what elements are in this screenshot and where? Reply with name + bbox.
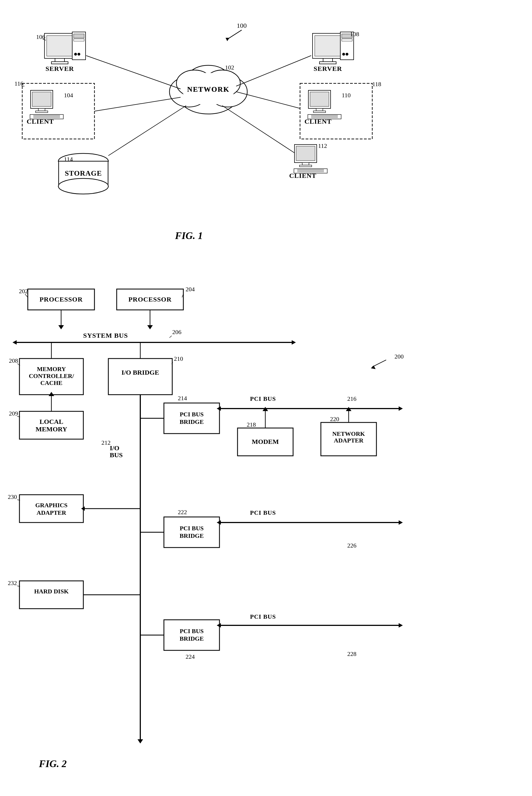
svg-marker-162 — [399, 520, 403, 525]
svg-text:CLIENT: CLIENT — [27, 118, 54, 125]
svg-text:LOCAL: LOCAL — [39, 418, 63, 425]
svg-rect-51 — [310, 92, 329, 107]
svg-text:SYSTEM BUS: SYSTEM BUS — [83, 332, 128, 339]
svg-text:PROCESSOR: PROCESSOR — [39, 296, 83, 303]
svg-point-45 — [342, 53, 345, 56]
svg-text:112: 112 — [318, 142, 327, 149]
svg-line-174 — [17, 586, 20, 587]
svg-text:ADAPTER: ADAPTER — [37, 509, 66, 516]
svg-text:PCI BUS: PCI BUS — [180, 411, 204, 418]
svg-rect-53 — [314, 111, 326, 113]
svg-point-21 — [77, 53, 80, 56]
svg-rect-16 — [51, 62, 68, 64]
svg-line-85 — [236, 92, 300, 108]
svg-text:202: 202 — [19, 288, 28, 295]
svg-rect-29 — [36, 111, 48, 113]
svg-text:220: 220 — [330, 415, 339, 423]
svg-rect-39 — [315, 36, 341, 56]
svg-text:NETWORK: NETWORK — [332, 430, 365, 437]
svg-point-72 — [58, 153, 108, 169]
svg-rect-30 — [30, 114, 63, 119]
svg-text:BUS: BUS — [110, 451, 123, 459]
svg-point-3 — [178, 75, 239, 114]
svg-rect-40 — [323, 58, 332, 62]
svg-line-81 — [86, 56, 180, 89]
svg-text:PCI BUS: PCI BUS — [180, 525, 204, 532]
svg-text:CLIENT: CLIENT — [289, 172, 317, 179]
svg-rect-14 — [47, 36, 73, 56]
svg-text:224: 224 — [186, 653, 195, 660]
svg-point-4 — [169, 76, 208, 107]
svg-text:BRIDGE: BRIDGE — [180, 532, 204, 539]
svg-line-1 — [228, 30, 242, 39]
svg-rect-52 — [316, 108, 323, 111]
svg-rect-121 — [19, 411, 83, 439]
svg-text:MEMORY: MEMORY — [37, 366, 66, 372]
svg-text:209: 209 — [9, 410, 18, 417]
svg-text:212: 212 — [101, 439, 111, 446]
svg-rect-13 — [44, 33, 75, 58]
svg-rect-133 — [164, 403, 220, 433]
svg-marker-183 — [217, 623, 221, 628]
svg-text:CONTROLLER/: CONTROLLER/ — [29, 372, 74, 380]
svg-point-46 — [346, 53, 348, 56]
svg-marker-161 — [217, 520, 221, 525]
svg-text:NETWORK: NETWORK — [187, 85, 230, 93]
svg-rect-49 — [300, 84, 372, 139]
svg-point-20 — [74, 53, 77, 56]
svg-rect-41 — [320, 62, 336, 64]
svg-rect-171 — [19, 581, 83, 609]
svg-text:200: 200 — [395, 353, 404, 360]
svg-rect-42 — [340, 32, 354, 60]
svg-text:GRAPHICS: GRAPHICS — [35, 502, 68, 508]
svg-point-6 — [186, 65, 231, 96]
svg-text:210: 210 — [174, 355, 183, 362]
svg-rect-54 — [308, 114, 341, 119]
svg-text:104: 104 — [64, 92, 73, 99]
svg-rect-143 — [238, 428, 293, 456]
svg-rect-64 — [302, 163, 309, 165]
svg-rect-28 — [38, 108, 45, 111]
svg-text:CLIENT: CLIENT — [304, 118, 332, 125]
fig2-svg: 200 PROCESSOR 202 PROCESSOR 204 SYSTEM B… — [0, 272, 532, 789]
svg-text:HARD DISK: HARD DISK — [34, 588, 69, 595]
svg-marker-102 — [147, 325, 153, 329]
fig1-area: 100 NETWORK NETWORK 102 — [0, 11, 532, 261]
svg-rect-15 — [55, 58, 64, 62]
svg-point-8 — [204, 70, 240, 97]
svg-rect-66 — [294, 169, 327, 173]
svg-marker-132 — [137, 739, 143, 743]
svg-rect-44 — [342, 39, 352, 41]
svg-text:230: 230 — [8, 493, 17, 500]
svg-rect-50 — [308, 90, 330, 108]
svg-text:116: 116 — [15, 80, 23, 87]
svg-line-125 — [17, 416, 20, 417]
svg-rect-17 — [72, 32, 86, 60]
svg-rect-115 — [108, 358, 172, 395]
svg-text:208: 208 — [9, 357, 18, 364]
svg-text:206: 206 — [172, 329, 182, 335]
svg-point-7 — [176, 70, 212, 97]
svg-marker-127 — [49, 392, 54, 396]
svg-text:232: 232 — [8, 579, 17, 587]
svg-line-94 — [25, 294, 28, 297]
svg-rect-91 — [28, 289, 94, 310]
svg-rect-43 — [342, 34, 352, 38]
fig1-svg: 100 NETWORK NETWORK 102 — [0, 11, 532, 261]
svg-marker-140 — [217, 406, 221, 411]
svg-rect-25 — [22, 84, 94, 139]
page: 100 NETWORK NETWORK 102 — [0, 0, 532, 796]
svg-point-9 — [182, 73, 235, 105]
svg-rect-62 — [294, 145, 317, 163]
svg-line-24 — [42, 39, 46, 40]
svg-line-105 — [169, 336, 172, 338]
svg-text:214: 214 — [178, 395, 187, 402]
svg-marker-141 — [399, 406, 403, 411]
svg-marker-90 — [371, 366, 376, 369]
svg-rect-148 — [321, 423, 376, 456]
svg-text:106: 106 — [36, 33, 45, 40]
svg-rect-95 — [117, 289, 183, 310]
svg-text:MEMORY: MEMORY — [36, 426, 67, 433]
svg-text:114: 114 — [64, 156, 73, 163]
svg-text:STORAGE: STORAGE — [65, 169, 102, 177]
